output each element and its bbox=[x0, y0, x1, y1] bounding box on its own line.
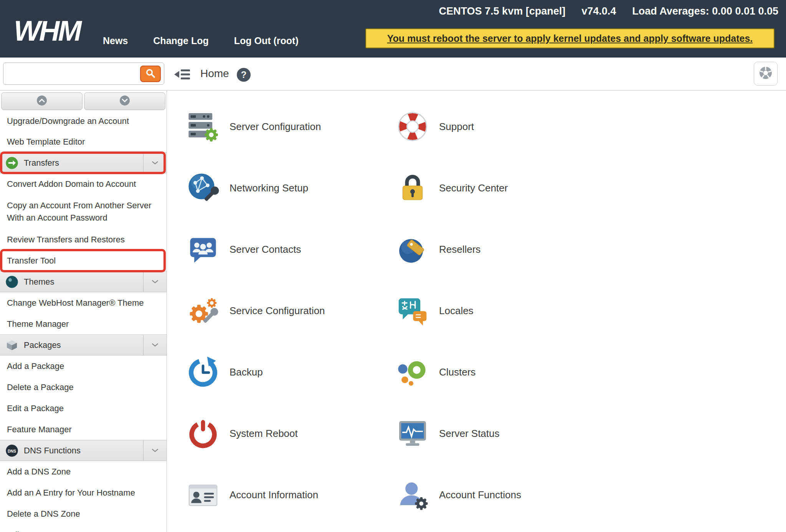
nav-log-out[interactable]: Log Out (root) bbox=[234, 35, 299, 46]
status-system: CENTOS 7.5 kvm [cpanel] bbox=[439, 5, 566, 17]
account-information-icon bbox=[187, 478, 220, 511]
toolbar: Home ? bbox=[0, 58, 786, 91]
sidebar-section-themes[interactable]: Themes bbox=[0, 271, 167, 292]
tile-account-functions[interactable]: Account Functions bbox=[396, 464, 521, 525]
reboot-alert-banner[interactable]: You must reboot the server to apply kern… bbox=[365, 28, 774, 48]
sidebar-search bbox=[3, 63, 164, 85]
nav-news[interactable]: News bbox=[103, 35, 128, 46]
help-icon[interactable]: ? bbox=[236, 68, 251, 82]
search-button[interactable] bbox=[140, 66, 161, 82]
themes-icon bbox=[5, 275, 18, 288]
sidebar-item-add-a-entry[interactable]: Add an A Entry for Your Hostname bbox=[0, 482, 167, 503]
tile-backup[interactable]: Backup bbox=[187, 341, 396, 403]
sidebar-item-copy-account[interactable]: Copy an Account From Another Server With… bbox=[0, 194, 167, 229]
sidebar-item-delete-dns-zone[interactable]: Delete a DNS Zone bbox=[0, 503, 167, 524]
sidebar-item-edit-dns-zone[interactable]: Edit DNS Zone bbox=[0, 524, 167, 532]
scroll-down-button[interactable] bbox=[84, 92, 165, 110]
status-load-averages: Load Averages: 0.00 0.01 0.05 bbox=[632, 5, 778, 17]
service-configuration-icon bbox=[187, 294, 220, 327]
system-reboot-icon bbox=[187, 417, 220, 450]
nav-change-log[interactable]: Change Log bbox=[153, 35, 208, 46]
server-configuration-icon bbox=[187, 110, 220, 143]
sidebar-item-transfer-tool[interactable]: Transfer Tool bbox=[0, 250, 167, 271]
tile-clusters[interactable]: Clusters bbox=[396, 341, 521, 403]
tile-locales[interactable]: Locales bbox=[396, 280, 521, 341]
sidebar-item-web-template-editor[interactable]: Web Template Editor bbox=[0, 131, 167, 152]
sidebar-item-upgrade-downgrade-account[interactable]: Upgrade/Downgrade an Account bbox=[0, 112, 167, 131]
sidebar-item-add-dns-zone[interactable]: Add a DNS Zone bbox=[0, 461, 167, 482]
locales-icon bbox=[396, 294, 429, 327]
svg-text:?: ? bbox=[241, 69, 247, 80]
breadcrumb-home[interactable]: Home bbox=[200, 68, 229, 80]
sidebar-item-change-whm-theme[interactable]: Change WebHost Manager® Theme bbox=[0, 292, 167, 313]
security-center-icon bbox=[396, 171, 429, 204]
main-content: Server Configuration Support bbox=[167, 91, 786, 532]
sidebar-item-feature-manager[interactable]: Feature Manager bbox=[0, 419, 167, 440]
sidebar: Upgrade/Downgrade an Account Web Templat… bbox=[0, 91, 167, 532]
sidebar-menu: Upgrade/Downgrade an Account Web Templat… bbox=[0, 112, 167, 532]
chevron-down-icon[interactable] bbox=[143, 335, 167, 355]
sidebar-item-edit-package[interactable]: Edit a Package bbox=[0, 398, 167, 419]
server-contacts-icon bbox=[187, 233, 220, 266]
dns-icon: DNS bbox=[5, 444, 18, 457]
server-status-line: CENTOS 7.5 kvm [cpanel] v74.0.4 Load Ave… bbox=[439, 5, 778, 17]
tile-server-configuration[interactable]: Server Configuration bbox=[187, 96, 396, 157]
wheel-icon bbox=[757, 64, 774, 83]
tile-resellers[interactable]: Resellers bbox=[396, 219, 521, 280]
server-status-icon bbox=[396, 417, 429, 450]
sidebar-item-add-package[interactable]: Add a Package bbox=[0, 356, 167, 377]
sidebar-section-packages[interactable]: Packages bbox=[0, 334, 167, 356]
tile-server-contacts[interactable]: Server Contacts bbox=[187, 219, 396, 280]
tile-account-information[interactable]: Account Information bbox=[187, 464, 396, 525]
settings-button[interactable] bbox=[754, 62, 778, 86]
top-bar: WHM News Change Log Log Out (root) CENTO… bbox=[0, 0, 786, 58]
networking-setup-icon bbox=[187, 171, 220, 204]
sidebar-item-review-transfers[interactable]: Review Transfers and Restores bbox=[0, 229, 167, 250]
sidebar-scroll-controls bbox=[0, 91, 167, 112]
chevron-down-icon[interactable] bbox=[143, 272, 167, 292]
chevron-down-icon[interactable] bbox=[143, 153, 167, 173]
status-version: v74.0.4 bbox=[581, 5, 616, 17]
backup-icon bbox=[187, 356, 220, 389]
sidebar-section-transfers[interactable]: Transfers bbox=[0, 152, 167, 173]
sidebar-section-dns-functions[interactable]: DNS DNS Functions bbox=[0, 440, 167, 461]
sidebar-item-theme-manager[interactable]: Theme Manager bbox=[0, 313, 167, 334]
svg-text:DNS: DNS bbox=[8, 449, 16, 453]
tile-security-center[interactable]: Security Center bbox=[396, 157, 521, 219]
home-tiles-grid: Server Configuration Support bbox=[187, 96, 521, 525]
collapse-menu-icon[interactable] bbox=[174, 68, 190, 81]
clusters-icon bbox=[396, 356, 429, 389]
account-functions-icon bbox=[396, 478, 429, 511]
support-icon bbox=[396, 110, 429, 143]
tile-service-configuration[interactable]: Service Configuration bbox=[187, 280, 396, 341]
chevron-up-icon bbox=[36, 95, 48, 108]
sidebar-item-convert-addon-domain[interactable]: Convert Addon Domain to Account bbox=[0, 173, 167, 194]
packages-icon bbox=[5, 339, 18, 352]
scroll-up-button[interactable] bbox=[1, 92, 83, 110]
tile-system-reboot[interactable]: System Reboot bbox=[187, 403, 396, 464]
whm-home-page: WHM News Change Log Log Out (root) CENTO… bbox=[0, 0, 786, 532]
top-nav: News Change Log Log Out (root) bbox=[103, 35, 299, 46]
chevron-down-icon[interactable] bbox=[143, 440, 167, 461]
resellers-icon bbox=[396, 233, 429, 266]
tile-networking-setup[interactable]: Networking Setup bbox=[187, 157, 396, 219]
search-icon bbox=[145, 68, 156, 81]
chevron-down-icon bbox=[119, 95, 130, 108]
sidebar-item-delete-package[interactable]: Delete a Package bbox=[0, 377, 167, 398]
transfers-icon bbox=[5, 156, 18, 170]
tile-server-status[interactable]: Server Status bbox=[396, 403, 521, 464]
whm-logo[interactable]: WHM bbox=[14, 17, 80, 45]
tile-support[interactable]: Support bbox=[396, 96, 521, 157]
